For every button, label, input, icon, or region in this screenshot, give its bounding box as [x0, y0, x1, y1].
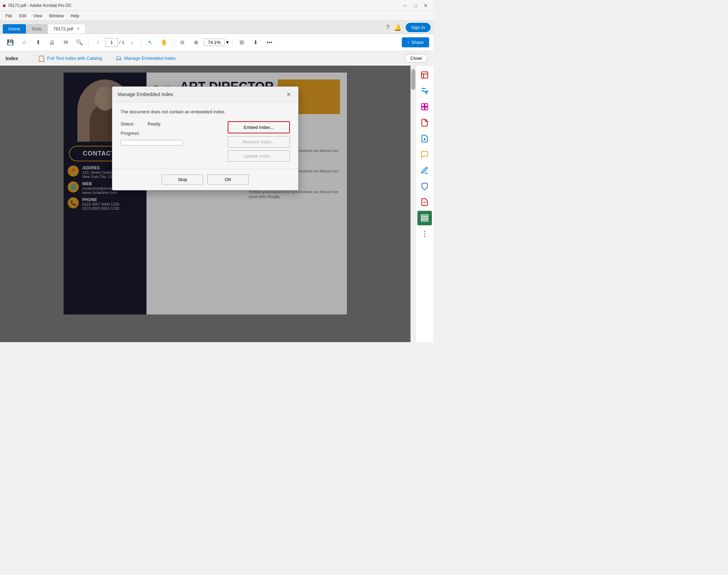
svg-rect-4 [425, 107, 428, 110]
tab-tools[interactable]: Tools [26, 24, 47, 34]
tab-document-label: 78172.pdf [53, 26, 73, 31]
menu-view[interactable]: View [30, 13, 45, 19]
dialog-body: The document does not contain an embedde… [112, 102, 298, 169]
tab-document[interactable]: 78172.pdf ✕ [47, 24, 86, 34]
dialog-overlay: Manage Embedded Index ✕ The document doe… [0, 66, 410, 342]
zoom-dropdown-icon[interactable]: ▼ [225, 40, 230, 45]
manage-index-icon: 🗂 [116, 55, 122, 62]
index-panel-title: Index [6, 56, 18, 61]
status-label: Status: [121, 121, 145, 126]
pdf-viewer: CONTACT ME 📍 ADDRES 123, Street Oclaho, … [0, 66, 410, 342]
sidebar-shield-icon[interactable] [417, 179, 432, 194]
pan-tool-button[interactable]: ✋ [158, 36, 170, 49]
status-value: Ready [148, 121, 161, 126]
svg-rect-2 [425, 104, 428, 106]
sidebar-compress-icon[interactable] [417, 195, 432, 209]
toolbar: 💾 ☆ ⬆ 🖨 ✉ 🔍 ↑ / 1 ↓ ↖ ✋ ⊖ ⊕ 74.1% ▼ ⊞ ⬇ … [0, 34, 433, 51]
zoom-in-button[interactable]: ⊕ [190, 36, 202, 49]
svg-rect-1 [422, 104, 424, 106]
help-icon[interactable]: ? [386, 24, 390, 31]
zoom-control: 74.1% ▼ [204, 39, 230, 46]
menu-window[interactable]: Window [46, 13, 67, 19]
zoom-out-button[interactable]: ⊖ [176, 36, 189, 49]
dialog-form: Status: Ready Progress: Embed Index... R… [121, 121, 290, 162]
notifications-icon[interactable]: 🔔 [394, 24, 401, 31]
tab-close-button[interactable]: ✕ [77, 27, 80, 31]
bookmark-button[interactable]: ☆ [18, 36, 30, 49]
status-row: Status: Ready [121, 121, 221, 126]
close-app-button[interactable]: ✕ [421, 1, 431, 10]
index-panel-header: Index 📋 Full Text Index with Catalog 🗂 M… [0, 51, 433, 66]
sidebar-layout-icon[interactable] [417, 100, 432, 114]
sidebar-scan-icon[interactable] [417, 68, 432, 82]
page-total: 1 [122, 40, 124, 45]
svg-point-11 [424, 236, 425, 237]
svg-point-10 [424, 234, 425, 234]
stop-button[interactable]: Stop [162, 175, 203, 185]
menu-help[interactable]: Help [68, 13, 82, 19]
save-button[interactable]: 💾 [4, 36, 17, 49]
cursor-tool-button[interactable]: ↖ [144, 36, 157, 49]
menu-edit[interactable]: Edit [16, 13, 29, 19]
email-button[interactable]: ✉ [59, 36, 72, 49]
sidebar-comment-icon[interactable] [417, 147, 432, 162]
title-bar: ■ 78172.pdf - Adobe Acrobat Pro DC ─ □ ✕ [0, 0, 433, 11]
separator-1 [88, 38, 89, 47]
separator-3 [173, 38, 173, 47]
title-bar-title: ■ 78172.pdf - Adobe Acrobat Pro DC [3, 3, 72, 8]
page-separator: / [119, 40, 121, 45]
right-sidebar [415, 66, 433, 342]
tab-bar: Home Tools 78172.pdf ✕ ? 🔔 Sign In [0, 21, 433, 34]
close-index-panel-button[interactable]: Close [405, 54, 428, 63]
page-number-input[interactable] [105, 38, 118, 47]
scrollbar[interactable] [410, 66, 415, 342]
download-button[interactable]: ⬇ [249, 36, 262, 49]
scrollbar-thumb[interactable] [411, 69, 415, 90]
fit-page-button[interactable]: ⊞ [236, 36, 248, 49]
dialog-footer: Stop OK [112, 169, 298, 190]
dialog-close-button[interactable]: ✕ [284, 90, 293, 98]
sidebar-fill-sign-icon[interactable] [417, 163, 432, 178]
maximize-button[interactable]: □ [410, 1, 420, 10]
sidebar-edit-pdf-icon[interactable] [417, 115, 432, 130]
remove-index-button[interactable]: Remove Index... [228, 136, 290, 148]
update-index-button[interactable]: Update Index... [228, 150, 290, 162]
menu-bar: File Edit View Window Help [0, 11, 433, 21]
tab-home[interactable]: Home [3, 24, 26, 34]
progress-bar [121, 140, 183, 145]
sidebar-export-icon[interactable] [417, 131, 432, 146]
minimize-button[interactable]: ─ [400, 1, 410, 10]
next-page-button[interactable]: ↓ [126, 36, 138, 49]
page-navigation: / 1 [105, 38, 124, 47]
menu-file[interactable]: File [3, 13, 15, 19]
more-button[interactable]: ••• [263, 36, 276, 49]
catalog-icon: 📋 [38, 55, 45, 62]
separator-2 [141, 38, 141, 47]
svg-rect-3 [422, 107, 424, 110]
zoom-level[interactable]: 74.1% [204, 39, 225, 46]
sidebar-organize-icon[interactable] [417, 211, 432, 225]
embed-index-button[interactable]: Embed Index... [228, 121, 290, 133]
full-text-index-label: Full Text Index with Catalog [47, 56, 102, 61]
share-label: Share [412, 40, 424, 45]
share-button[interactable]: ↑ Share [402, 37, 429, 47]
svg-rect-7 [421, 217, 428, 219]
ok-button[interactable]: OK [207, 175, 249, 185]
dialog-title-bar: Manage Embedded Index ✕ [112, 87, 298, 102]
share-icon: ↑ [407, 40, 410, 45]
sidebar-more-tools-icon[interactable] [417, 227, 432, 241]
full-text-index-button[interactable]: 📋 Full Text Index with Catalog [35, 53, 105, 64]
svg-rect-8 [421, 220, 428, 221]
search-button[interactable]: 🔍 [73, 36, 86, 49]
upload-button[interactable]: ⬆ [32, 36, 44, 49]
print-button[interactable]: 🖨 [46, 36, 58, 49]
app-title: 78172.pdf - Adobe Acrobat Pro DC [8, 3, 72, 8]
prev-page-button[interactable]: ↑ [92, 36, 104, 49]
main-area: CONTACT ME 📍 ADDRES 123, Street Oclaho, … [0, 66, 433, 342]
sign-in-button[interactable]: Sign In [406, 23, 431, 32]
dialog-form-right: Embed Index... Remove Index... Update In… [228, 121, 290, 162]
title-bar-controls: ─ □ ✕ [400, 1, 431, 10]
manage-embedded-index-button[interactable]: 🗂 Manage Embedded Index [113, 53, 178, 63]
svg-point-9 [424, 231, 425, 232]
sidebar-translate-icon[interactable] [417, 84, 432, 98]
